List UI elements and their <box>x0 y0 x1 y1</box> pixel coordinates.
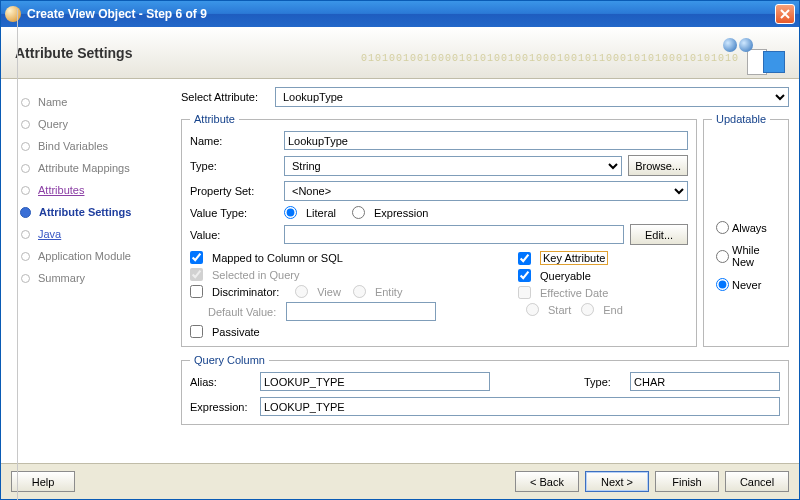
cube-icon <box>763 51 785 73</box>
page-title: Attribute Settings <box>15 45 132 61</box>
close-button[interactable] <box>775 4 795 24</box>
header: Attribute Settings 010100100100001010100… <box>1 27 799 79</box>
while-new-radio[interactable]: While New <box>716 244 780 268</box>
selected-in-query-checkbox: Selected in Query <box>190 268 518 281</box>
query-column-fieldset: Query Column Alias: Type: Expression: <box>181 354 789 425</box>
step-attribute-mappings[interactable]: Attribute Mappings <box>9 157 175 179</box>
finish-button[interactable]: Finish <box>655 471 719 492</box>
property-set-dropdown[interactable]: <None> <box>284 181 688 201</box>
step-summary[interactable]: Summary <box>9 267 175 289</box>
queryable-checkbox[interactable]: Queryable <box>518 269 688 282</box>
alias-label: Alias: <box>190 376 252 388</box>
literal-radio[interactable]: Literal <box>284 206 336 219</box>
app-icon <box>5 6 21 22</box>
default-value-input <box>286 302 436 321</box>
end-radio: End <box>581 303 623 316</box>
type-dropdown[interactable]: String <box>284 156 622 176</box>
back-button[interactable]: < Back <box>515 471 579 492</box>
help-button[interactable]: Help <box>11 471 75 492</box>
entity-radio: Entity <box>353 285 403 298</box>
select-attribute-dropdown[interactable]: LookupType <box>275 87 789 107</box>
attribute-fieldset: Attribute Name: Type: String Browse... P… <box>181 113 697 347</box>
mapped-checkbox[interactable]: Mapped to Column or SQL <box>190 251 518 264</box>
name-label: Name: <box>190 135 278 147</box>
qc-type-label: Type: <box>584 376 622 388</box>
start-radio: Start <box>526 303 571 316</box>
expression-label: Expression: <box>190 401 252 413</box>
expression-radio[interactable]: Expression <box>352 206 428 219</box>
decorative-binary: 0101001001000010101001001000100101100010… <box>361 53 739 64</box>
step-java[interactable]: Java <box>9 223 175 245</box>
glasses-icon <box>723 35 755 55</box>
qc-type-input[interactable] <box>630 372 780 391</box>
passivate-checkbox[interactable]: Passivate <box>190 325 518 338</box>
key-attribute-checkbox[interactable]: Key Attribute <box>518 251 688 265</box>
never-radio[interactable]: Never <box>716 278 780 291</box>
name-input[interactable] <box>284 131 688 150</box>
type-label: Type: <box>190 160 278 172</box>
step-attribute-settings[interactable]: Attribute Settings <box>9 201 175 223</box>
window-title: Create View Object - Step 6 of 9 <box>27 7 775 21</box>
qc-expression-input[interactable] <box>260 397 780 416</box>
browse-button[interactable]: Browse... <box>628 155 688 176</box>
updatable-legend: Updatable <box>712 113 770 125</box>
updatable-fieldset: Updatable Always While New Never <box>703 113 789 347</box>
always-radio[interactable]: Always <box>716 221 780 234</box>
step-application-module[interactable]: Application Module <box>9 245 175 267</box>
next-button[interactable]: Next > <box>585 471 649 492</box>
discriminator-checkbox[interactable]: Discriminator: <box>190 285 279 298</box>
step-attributes[interactable]: Attributes <box>9 179 175 201</box>
step-bind-variables[interactable]: Bind Variables <box>9 135 175 157</box>
query-column-legend: Query Column <box>190 354 269 366</box>
edit-button[interactable]: Edit... <box>630 224 688 245</box>
close-icon <box>780 9 790 19</box>
view-radio: View <box>295 285 341 298</box>
default-value-label: Default Value: <box>208 306 276 318</box>
effective-date-checkbox: Effective Date <box>518 286 688 299</box>
step-name[interactable]: Name <box>9 91 175 113</box>
attribute-legend: Attribute <box>190 113 239 125</box>
header-graphic <box>719 31 789 75</box>
footer-buttons: Help < Back Next > Finish Cancel <box>1 463 799 499</box>
value-label: Value: <box>190 229 278 241</box>
value-input[interactable] <box>284 225 624 244</box>
value-type-label: Value Type: <box>190 207 278 219</box>
select-attribute-label: Select Attribute: <box>181 91 269 103</box>
titlebar: Create View Object - Step 6 of 9 <box>1 1 799 27</box>
step-query[interactable]: Query <box>9 113 175 135</box>
alias-input[interactable] <box>260 372 490 391</box>
cancel-button[interactable]: Cancel <box>725 471 789 492</box>
wizard-steps: Name Query Bind Variables Attribute Mapp… <box>1 79 175 463</box>
property-set-label: Property Set: <box>190 185 278 197</box>
